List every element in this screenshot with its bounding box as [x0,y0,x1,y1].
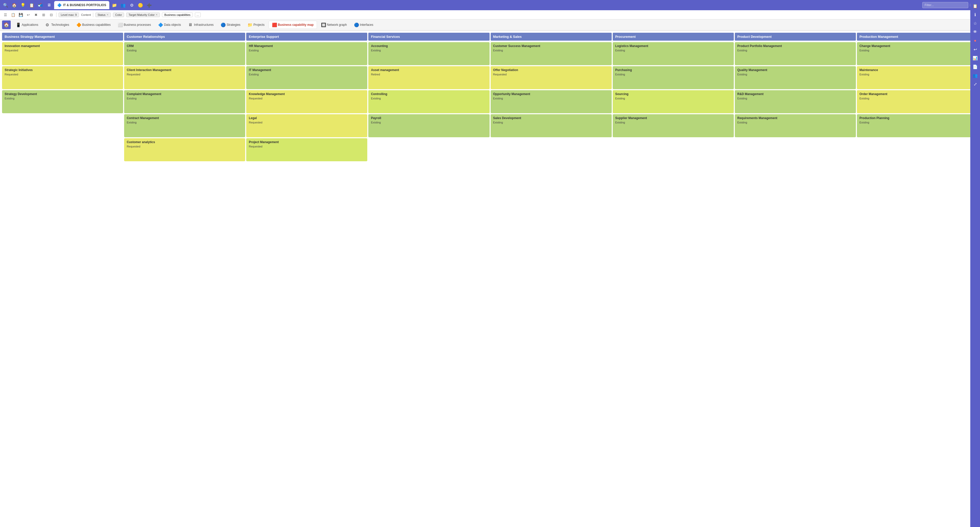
tab-projects[interactable]: 📁 Projects [244,21,267,29]
cap-card[interactable]: CRMExisting [124,42,245,65]
folder-icon[interactable]: 📁 [111,2,118,9]
tab-applications[interactable]: 📱 Applications [13,21,41,29]
tab-icon: 🔷 [57,3,62,7]
table-icon[interactable]: ⊞ [41,12,46,18]
tab-technologies[interactable]: ⚙ Technologies [42,21,72,29]
cap-card[interactable]: Offer NegotiationRequested [491,66,612,89]
star-icon[interactable]: 🟡 [137,2,144,9]
cap-card[interactable]: Production PlanningExisting [857,114,978,137]
cap-card-status: Requested [127,73,243,76]
cap-card[interactable]: Change ManagementExisting [857,42,978,65]
cap-card[interactable]: AccountingExisting [368,42,489,65]
menu-icon[interactable]: ☰ [3,12,8,18]
cap-card[interactable]: Strategy DevelopmentExisting [2,90,123,113]
cap-card[interactable]: HR ManagementExisting [246,42,367,65]
mail-icon[interactable]: 📬 [37,2,44,9]
cap-card[interactable]: Asset managementRetired [368,66,489,89]
copy-icon[interactable]: 📋 [10,12,16,18]
sidebar-doc-icon[interactable]: 📄 [971,63,979,70]
more-button[interactable]: ... [195,13,201,17]
business-cap-dropdown[interactable]: Business capabilities [162,13,192,17]
sidebar-red-circle-icon[interactable]: ● [971,37,979,45]
cap-card[interactable]: Opportunity ManagementExisting [491,90,612,113]
sidebar-info-icon[interactable]: ℹ [971,11,979,18]
cap-card[interactable]: Contract ManagementExisting [124,114,245,137]
cap-card[interactable]: Strategic InitiativesRequested [2,66,123,89]
tab-strategies[interactable]: 🔵 Strategies [218,21,243,29]
tab-business-processes[interactable]: ⬜ Business processes [115,21,154,29]
cap-card[interactable]: Innovation managementRequested [2,42,123,65]
cap-card[interactable]: Client Interaction ManagementRequested [124,66,245,89]
cap-card[interactable]: PayrollExisting [368,114,489,137]
cap-card-title: Requirements Management [737,116,853,120]
sidebar-eye-icon[interactable]: 👁 [971,28,979,36]
cap-card-status: Existing [127,97,243,100]
cap-card[interactable]: Customer Success ManagementExisting [491,42,612,65]
cap-card[interactable]: SourcingExisting [613,90,734,113]
cap-card[interactable]: Requirements ManagementExisting [735,114,856,137]
cap-card[interactable]: PurchasingExisting [613,66,734,89]
cap-card[interactable]: Customer analyticsRequested [124,138,245,161]
cap-card[interactable]: Product Portfolio ManagementExisting [735,42,856,65]
add-icon[interactable]: ➕ [146,2,153,9]
cap-card[interactable]: IT ManagementExisting [246,66,367,89]
save-icon[interactable]: 💾 [18,12,24,18]
grid-icon[interactable]: ⊟ [49,12,54,18]
undo-icon[interactable]: ↩ [25,12,31,18]
sidebar-users-icon[interactable]: 👥 [971,72,979,79]
cap-card-title: Opportunity Management [493,92,609,96]
business-processes-icon: ⬜ [118,22,123,27]
tab-interfaces[interactable]: 🔵 Interfaces [351,21,377,29]
col-header-marketing-sales: Marketing & Sales [491,33,612,41]
cap-card[interactable]: Knowledge ManagementRequested [246,90,367,113]
active-tab[interactable]: 🔷 IT & BUSINESS PORTFOLIOS [54,1,109,9]
search-icon[interactable]: 🔍 [2,2,9,9]
cap-card-title: Offer Negotiation [493,68,609,72]
cap-card[interactable]: Supplier ManagementExisting [613,114,734,137]
tab-technologies-label: Technologies [51,23,69,27]
cap-card[interactable]: MaintenanceExisting [857,66,978,89]
status-pill[interactable]: Status ✕ [95,13,111,17]
sidebar-clipboard-icon[interactable]: 📋 [971,2,979,10]
users-icon[interactable]: 👥 [119,2,127,9]
cap-card[interactable]: Sales DevelopmentExisting [491,114,612,137]
color-pill[interactable]: Color [113,13,124,17]
clipboard-icon[interactable]: 📋 [28,2,35,9]
projects-icon: 📁 [248,22,252,27]
sidebar-undo-icon[interactable]: ↩ [971,45,979,53]
cap-card-status: Existing [371,121,487,124]
settings-icon[interactable]: ⚙ [128,2,135,9]
sidebar-fullscreen-icon[interactable]: ⤢ [971,80,979,88]
technologies-icon: ⚙ [46,22,50,27]
cap-card[interactable]: Project ManagementRequested [246,138,367,161]
sidebar-excel-icon[interactable]: 📊 [971,54,979,62]
cap-card-title: Production Planning [859,116,975,120]
cap-card-title: HR Management [249,44,365,48]
cap-card[interactable]: Complaint ManagementExisting [124,90,245,113]
filter-input[interactable] [922,2,968,8]
cap-card[interactable]: R&D ManagementExisting [735,90,856,113]
status-close[interactable]: ✕ [107,13,108,16]
tab-business-capability-map[interactable]: 🟥 Business capability map [269,21,317,29]
target-maturity-pill[interactable]: Target Maturity Color ✕ [126,13,160,17]
cap-card[interactable]: ControllingExisting [368,90,489,113]
business-capability-map-icon: 🟥 [272,22,277,27]
cap-card[interactable]: Order ManagementExisting [857,90,978,113]
cap-card[interactable]: Logistics ManagementExisting [613,42,734,65]
target-maturity-close[interactable]: ✕ [156,13,158,16]
tab-business-capabilities[interactable]: 🔶 Business capabilities [73,21,114,29]
cap-card[interactable]: LegalRequested [246,114,367,137]
tab-data-objects[interactable]: 🔷 Data objects [155,21,184,29]
level-pill[interactable]: Level max: 9 [59,13,79,17]
tab-infrastructures[interactable]: 🖥 Infrastructures [185,21,217,29]
cap-card[interactable]: Quality ManagementExisting [735,66,856,89]
monitor-icon[interactable]: 🖥 [46,2,52,9]
sidebar-star-icon[interactable]: ☆ [971,19,979,27]
cap-card-status: Existing [859,97,975,100]
home-icon[interactable]: 🏠 [11,2,18,9]
bulb-icon[interactable]: 💡 [19,2,27,9]
tab-network-graph[interactable]: 🔲 Network graph [318,21,350,29]
home-nav-button[interactable]: 🏠 [2,21,11,29]
close-icon[interactable]: ✖ [33,12,39,18]
navtabs: 🏠 📱 Applications ⚙ Technologies 🔶 Busine… [0,19,980,31]
